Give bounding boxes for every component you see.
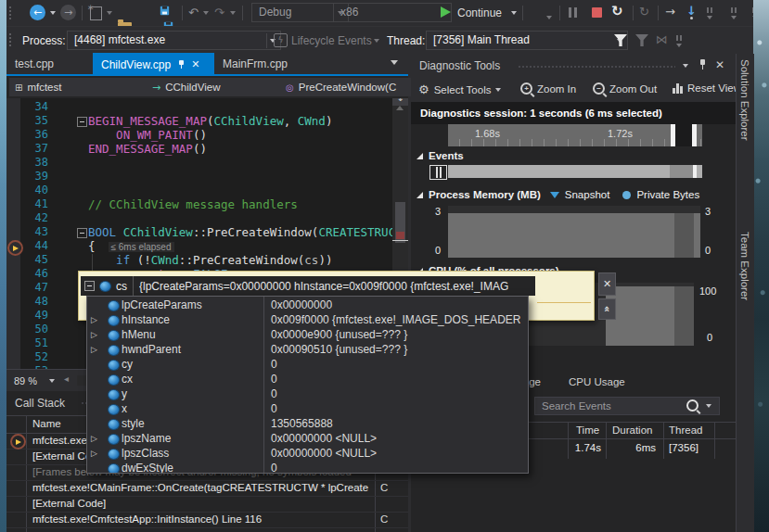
collapse-expander-icon[interactable] bbox=[84, 281, 95, 291]
code-line[interactable]: BOOL CChildView::PreCreateWindow(CREATES… bbox=[88, 225, 408, 239]
continue-button[interactable]: Continue bbox=[457, 6, 502, 19]
call-stack-frame-row[interactable]: [External Code] bbox=[6, 496, 408, 513]
datatip-member-row[interactable]: ▷lpszName0x00000000 <NULL> bbox=[87, 431, 528, 446]
editor-zoom-dropdown-icon[interactable] bbox=[49, 379, 55, 383]
new-file-icon[interactable] bbox=[90, 6, 102, 20]
datatip-member-row[interactable]: lpCreateParams0x00000000 bbox=[87, 298, 528, 312]
datatip-member-row[interactable]: ▷hwndParent0x00090510 {unused=??? } bbox=[87, 342, 528, 357]
undo-dropdown-icon[interactable] bbox=[203, 11, 209, 15]
events-track[interactable] bbox=[448, 165, 702, 178]
time-column-header[interactable]: Time bbox=[576, 424, 599, 436]
editor-zoom-combobox[interactable]: 89 % bbox=[14, 374, 37, 387]
solution-platform-combobox[interactable]: x86 bbox=[333, 3, 452, 22]
selection-range[interactable] bbox=[675, 124, 692, 146]
project-dropdown[interactable]: ⊞mfctest bbox=[9, 78, 163, 96]
expand-arrow-icon[interactable]: ▷ bbox=[91, 449, 97, 458]
code-line[interactable]: BEGIN_MESSAGE_MAP(CChildView, CWnd) bbox=[88, 114, 332, 128]
expand-arrow-icon[interactable]: ▷ bbox=[91, 330, 97, 339]
lifecycle-events-button[interactable]: Lifecycle Events bbox=[291, 34, 372, 47]
selection-end-handle[interactable] bbox=[692, 124, 697, 146]
stop-debugging-icon[interactable] bbox=[592, 7, 602, 18]
step-out-icon[interactable] bbox=[731, 7, 737, 19]
document-tab-test-cpp[interactable]: test.cpp bbox=[6, 53, 93, 74]
zoom-out-button[interactable]: − Zoom Out bbox=[593, 82, 657, 95]
event-duration-cell[interactable]: 6ms bbox=[608, 442, 656, 453]
outline-collapse-icon[interactable] bbox=[77, 228, 87, 238]
datatip-root-row[interactable]: cs {lpCreateParams=0x00000000 hInstance=… bbox=[81, 276, 535, 296]
event-thread-cell[interactable]: [7356] bbox=[669, 442, 699, 453]
diagnostic-tools-overflow-icon[interactable] bbox=[546, 16, 552, 19]
scroll-up-icon[interactable] bbox=[396, 106, 404, 110]
datatip-member-row[interactable]: x0 bbox=[87, 401, 528, 416]
navigate-forward-icon[interactable]: → bbox=[60, 5, 76, 20]
reset-view-button[interactable]: Reset View bbox=[673, 82, 736, 94]
datatip-member-row[interactable]: ▷hMenu0x0000e900 {unused=??? } bbox=[87, 327, 528, 342]
datatip-member-row[interactable]: cy0 bbox=[87, 357, 528, 372]
datatip-expand-comments-icon[interactable]: « bbox=[598, 298, 616, 320]
datatip-close-icon[interactable]: ✕ bbox=[598, 272, 616, 296]
document-tab-childview-cpp[interactable]: ChildView.cpp✕ bbox=[93, 53, 214, 76]
duration-column-header[interactable]: Duration bbox=[612, 424, 652, 436]
diagnostics-tab-cpu-usage[interactable]: CPU Usage bbox=[569, 376, 625, 387]
save-all-icon[interactable] bbox=[159, 5, 175, 21]
member-dropdown[interactable]: ◎PreCreateWindow(C bbox=[280, 78, 429, 96]
navigate-back-icon[interactable]: ← bbox=[30, 5, 45, 20]
step-into-icon[interactable]: ↓ bbox=[686, 5, 697, 19]
redo-icon[interactable]: ↷ bbox=[214, 6, 224, 19]
datatip-member-row[interactable]: y0 bbox=[87, 386, 528, 401]
navigate-back-dropdown-icon[interactable] bbox=[50, 11, 56, 15]
perftip[interactable]: ≤ 6ms elapsed bbox=[109, 242, 174, 252]
code-line[interactable]: {≤ 6ms elapsed bbox=[88, 239, 174, 253]
sidebar-tab-team-explorer[interactable]: Team Explorer bbox=[739, 232, 750, 300]
document-tab-mainfrm-cpp[interactable]: MainFrm.cpp bbox=[214, 53, 292, 74]
datatip-member-row[interactable]: cx0 bbox=[87, 372, 528, 386]
window-position-dropdown-icon[interactable] bbox=[683, 64, 688, 68]
sidebar-tab-solution-explorer[interactable]: Solution Explorer bbox=[739, 59, 750, 141]
call-stack-frame-row[interactable]: mfctest.exe!CMainFrame::OnCreate(tagCREA… bbox=[6, 480, 408, 497]
split-editor-handle[interactable]: ↕ bbox=[392, 98, 408, 106]
datatip-member-row[interactable]: ▷hInstance0x009f0000 {mfctest.exe!_IMAGE… bbox=[87, 312, 528, 327]
expand-arrow-icon[interactable]: ▷ bbox=[91, 315, 97, 324]
continue-dropdown-icon[interactable] bbox=[511, 11, 517, 15]
toolbar-grip[interactable] bbox=[8, 32, 12, 47]
code-line[interactable]: if (!CWnd::PreCreateWindow(cs)) bbox=[88, 253, 332, 267]
show-next-statement-icon[interactable]: → bbox=[665, 6, 675, 18]
search-icon[interactable] bbox=[686, 399, 699, 412]
memory-section-header[interactable]: Process Memory (MB) Snapshot Private Byt… bbox=[417, 189, 699, 200]
lifecycle-events-icon[interactable]: ϟ bbox=[274, 33, 288, 47]
undo-icon[interactable]: ↶ bbox=[188, 6, 199, 19]
search-options-dropdown-icon[interactable] bbox=[706, 404, 711, 408]
step-over-icon[interactable] bbox=[707, 7, 712, 19]
document-list-chevron-icon[interactable] bbox=[391, 60, 398, 65]
new-file-dropdown-icon[interactable] bbox=[107, 11, 112, 15]
event-time-cell[interactable]: 1.74s bbox=[568, 442, 601, 453]
redo-dropdown-icon[interactable] bbox=[230, 11, 236, 15]
code-line[interactable]: END_MESSAGE_MAP() bbox=[88, 142, 207, 156]
zoom-in-button[interactable]: + Zoom In bbox=[520, 82, 576, 95]
toolbar-grip[interactable] bbox=[8, 6, 12, 20]
thread-column-header[interactable]: Thread bbox=[669, 424, 702, 436]
continue-play-icon[interactable] bbox=[441, 6, 451, 18]
select-tools-button[interactable]: ⚙ Select Tools bbox=[418, 82, 501, 96]
datatip-member-row[interactable]: ▷lpszClass0x00000000 <NULL> bbox=[87, 446, 528, 461]
name-column-header[interactable]: Name bbox=[32, 418, 61, 429]
code-line[interactable]: // CChildView message handlers bbox=[88, 197, 298, 211]
expand-arrow-icon[interactable]: ▷ bbox=[91, 434, 97, 443]
call-stack-frame-row[interactable]: mfctest.exe!CmfctestApp::InitInstance() … bbox=[6, 512, 408, 528]
datatip-member-row[interactable]: dwExStyle0 bbox=[87, 461, 528, 474]
toolbar-overflow-icon[interactable] bbox=[752, 7, 753, 19]
filter-flagged-threads-icon[interactable] bbox=[635, 34, 648, 46]
thread-combobox[interactable]: [7356] Main Thread bbox=[426, 31, 628, 50]
timeline-ruler[interactable]: 1.68s 1.72s bbox=[448, 124, 702, 146]
close-tab-icon[interactable]: ✕ bbox=[191, 58, 199, 70]
hscroll-left-icon[interactable]: ◂ bbox=[64, 374, 69, 384]
code-line[interactable]: ON_WM_PAINT() bbox=[88, 128, 207, 142]
datatip-member-row[interactable]: style1350565888 bbox=[87, 416, 528, 431]
break-all-icon[interactable] bbox=[569, 7, 577, 18]
events-section-header[interactable]: Events bbox=[417, 150, 464, 161]
process-combobox[interactable]: [4468] mfctest.exe bbox=[67, 31, 281, 50]
show-parallel-stacks-icon[interactable]: ⋈ bbox=[656, 33, 668, 45]
toolbar-overflow-icon[interactable] bbox=[676, 35, 682, 47]
pin-tab-icon[interactable] bbox=[178, 59, 185, 70]
datatip-members-popup[interactable]: lpCreateParams0x00000000▷hInstance0x009f… bbox=[86, 296, 529, 474]
